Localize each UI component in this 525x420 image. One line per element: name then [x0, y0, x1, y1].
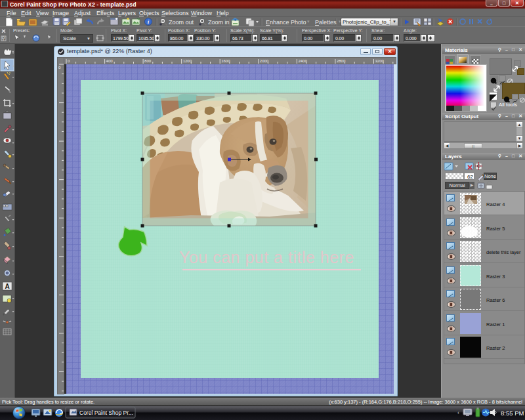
svg-text:1200: 1200 — [183, 59, 192, 63]
svg-text:1600: 1600 — [221, 59, 230, 63]
svg-text:0: 0 — [58, 66, 61, 70]
svg-text:800: 800 — [144, 59, 152, 63]
svg-text:0: 0 — [68, 59, 70, 63]
svg-text:A: A — [5, 283, 9, 290]
svg-text:Corel Paint Shop Pr...: Corel Paint Shop Pr... — [79, 410, 133, 416]
svg-text:8:55 PM: 8:55 PM — [501, 410, 524, 417]
svg-text:2000: 2000 — [260, 59, 269, 63]
svg-text:2800: 2800 — [337, 59, 346, 63]
svg-text:2400: 2400 — [298, 59, 307, 63]
svg-text:3200: 3200 — [375, 59, 385, 63]
svg-text:400: 400 — [106, 59, 114, 63]
svg-text:‹: ‹ — [457, 410, 459, 416]
